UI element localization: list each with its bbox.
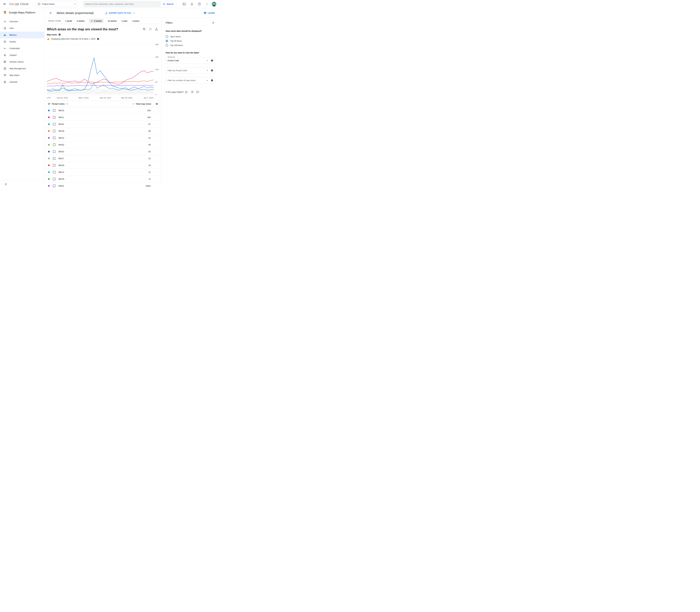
warning-icon bbox=[47, 38, 50, 40]
radio-top-5-items[interactable]: Top 5 items bbox=[166, 34, 215, 39]
cloud-shell-icon[interactable] bbox=[181, 1, 187, 7]
row-checkbox[interactable] bbox=[53, 137, 55, 139]
group-by-select[interactable]: Group by Postal Code ? bbox=[166, 57, 215, 64]
row-checkbox[interactable] bbox=[53, 185, 55, 187]
chart-section: Which areas on the map are viewed the mo… bbox=[44, 24, 162, 100]
row-checkbox[interactable] bbox=[53, 178, 55, 180]
reset-zoom-button[interactable]: RESET ZOOM bbox=[48, 20, 61, 22]
sidebar-item-support[interactable]: Support bbox=[0, 52, 44, 58]
series-color-dot bbox=[48, 165, 50, 166]
row-checkbox[interactable] bbox=[53, 157, 55, 160]
table-row[interactable]: 9810167 bbox=[44, 121, 162, 128]
help-icon[interactable]: ? bbox=[58, 33, 61, 36]
search-bar: Search bbox=[82, 1, 177, 7]
feedback-icon[interactable] bbox=[195, 90, 201, 94]
project-name: Project Name bbox=[42, 3, 72, 5]
row-checkbox[interactable] bbox=[53, 116, 55, 119]
radio-icon bbox=[166, 40, 168, 42]
menu-icon[interactable] bbox=[2, 1, 7, 7]
more-options-icon[interactable] bbox=[204, 1, 210, 7]
filters-title: Filters bbox=[166, 22, 173, 24]
time-option-3-years[interactable]: 3 years bbox=[132, 19, 140, 23]
row-checkbox[interactable] bbox=[53, 143, 55, 146]
sidebar-item-datasets[interactable]: Datasets bbox=[0, 79, 44, 85]
fullscreen-icon[interactable] bbox=[148, 27, 152, 31]
project-selector[interactable]: Project Name bbox=[36, 1, 78, 7]
time-option-4-weeks[interactable]: 4 weeks bbox=[89, 19, 104, 23]
sidebar-item-overview[interactable]: Overview bbox=[0, 18, 44, 25]
search-icon bbox=[163, 3, 165, 5]
export-csv-button[interactable]: EXPORT DATA TO CSV bbox=[105, 12, 135, 15]
back-arrow-icon[interactable] bbox=[48, 10, 54, 16]
sidebar-item-metrics[interactable]: Metrics bbox=[0, 32, 44, 38]
table-row[interactable]: 9810316 bbox=[44, 162, 162, 169]
search-button[interactable]: Search bbox=[160, 1, 177, 7]
notifications-bell-icon[interactable] bbox=[189, 1, 194, 7]
filter-postal-code-select[interactable]: Filter by Postal Code ? bbox=[166, 67, 215, 74]
thumbs-up-icon[interactable] bbox=[184, 90, 189, 94]
svg-text:?: ? bbox=[212, 80, 213, 81]
collapse-sidebar-icon[interactable] bbox=[3, 181, 9, 187]
table-row[interactable]: 9813356 bbox=[44, 128, 162, 135]
metric-label: Map views bbox=[47, 33, 57, 36]
time-option-12-weeks[interactable]: 12 weeks bbox=[107, 19, 117, 23]
line-chart[interactable]: 050150300500 bbox=[47, 42, 162, 97]
topbar: Google Cloud Project Name Search bbox=[0, 0, 218, 8]
value-column-header[interactable]: Total map views bbox=[136, 103, 151, 105]
chart-x-axis: UTC Feb 26, 2023 Mar 8, 2022 Mar 15, 202… bbox=[47, 97, 162, 100]
sidebar-item-quotas[interactable]: Quotas bbox=[0, 38, 44, 45]
series-color-dot bbox=[48, 178, 50, 180]
help-icon[interactable]: ? bbox=[211, 59, 213, 62]
help-icon[interactable]: ? bbox=[211, 79, 213, 82]
sidebar-item-solution-library[interactable]: Solution Library bbox=[0, 58, 44, 65]
chart-export-icon[interactable] bbox=[154, 27, 159, 31]
learn-button[interactable]: LEARN bbox=[203, 12, 215, 15]
time-option-1-year[interactable]: 1 year bbox=[121, 19, 128, 23]
sidebar-item-map-management[interactable]: Map Management bbox=[0, 65, 44, 72]
help-icon[interactable]: ? bbox=[211, 69, 213, 72]
table-row[interactable]: 9812242 bbox=[44, 135, 162, 141]
google-cloud-logo[interactable]: Google Cloud bbox=[9, 2, 28, 6]
row-checkbox[interactable] bbox=[53, 123, 55, 125]
sidebar-footer bbox=[0, 180, 44, 188]
table-row[interactable]: 9811311 bbox=[44, 169, 162, 176]
row-checkbox[interactable] bbox=[53, 150, 55, 153]
table-row[interactable]: 9811722 bbox=[44, 155, 162, 162]
table-row[interactable]: 9810240 bbox=[44, 141, 162, 148]
table-row[interactable]: 98111165 bbox=[44, 114, 162, 121]
thumbs-down-icon[interactable] bbox=[189, 90, 195, 94]
row-checkbox[interactable] bbox=[53, 130, 55, 132]
time-option-2-weeks[interactable]: 2 weeks bbox=[76, 19, 85, 23]
check-icon bbox=[91, 20, 93, 22]
group-by-column-header[interactable]: Postal Codes bbox=[48, 102, 68, 105]
sidebar-item-map-styles[interactable]: Map Styles bbox=[0, 72, 44, 79]
collapse-panel-icon[interactable] bbox=[211, 21, 215, 25]
table-row[interactable]: 9812511 bbox=[44, 176, 162, 182]
row-checkbox[interactable] bbox=[53, 109, 55, 112]
metrics-icon bbox=[3, 33, 6, 36]
chart-zoom-icon[interactable] bbox=[142, 27, 146, 31]
sidebar-item-apis[interactable]: APIs bbox=[0, 25, 44, 32]
row-checkbox[interactable] bbox=[53, 164, 55, 167]
sidebar-item-credentials[interactable]: Credentials bbox=[0, 45, 44, 52]
chevron-down-icon bbox=[206, 69, 209, 72]
table-row[interactable]: 98115235 bbox=[44, 107, 162, 114]
time-option-1-week[interactable]: 1 week bbox=[65, 19, 72, 23]
svg-text:?: ? bbox=[212, 70, 213, 71]
radio-top-100-items[interactable]: Top 100 items bbox=[166, 43, 215, 47]
search-input[interactable] bbox=[82, 1, 160, 7]
help-icon[interactable] bbox=[197, 1, 202, 7]
table-row-partial[interactable]: NameValue bbox=[44, 182, 162, 188]
filter-map-views-select[interactable]: Filter by number of map views ? bbox=[166, 77, 215, 84]
table-row[interactable]: 9810132 bbox=[44, 148, 162, 155]
filters-panel: Filters How much data should be displaye… bbox=[162, 18, 218, 188]
svg-text:?: ? bbox=[59, 34, 60, 36]
sort-descending-icon bbox=[132, 103, 135, 105]
avatar[interactable] bbox=[212, 2, 216, 6]
column-settings-icon[interactable] bbox=[156, 102, 158, 105]
page-title: Metric details (experimental) bbox=[57, 11, 94, 15]
radio-top-50-items[interactable]: Top 50 items bbox=[166, 39, 215, 43]
row-checkbox[interactable] bbox=[53, 171, 55, 173]
postal-codes-table: Postal Codes Total map views 98115235 98… bbox=[44, 101, 162, 188]
help-icon[interactable]: ? bbox=[97, 38, 99, 40]
